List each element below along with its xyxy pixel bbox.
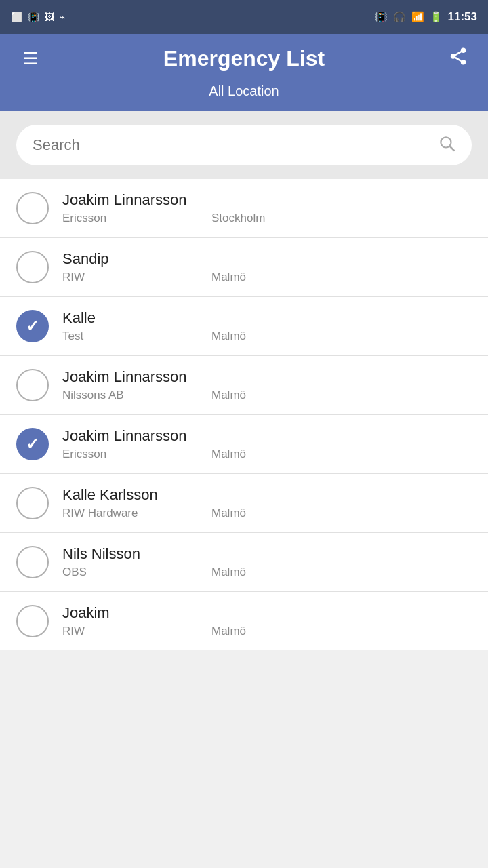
contact-checkbox[interactable]: [16, 546, 49, 578]
page-title: Emergency List: [43, 46, 445, 71]
contact-details: TestMalmö: [62, 330, 472, 343]
contact-checkbox[interactable]: [16, 251, 49, 283]
contact-company: RIW: [62, 625, 211, 638]
contact-name: Kalle: [62, 309, 472, 327]
status-bar: ⬜ 📳 🖼 ⌁ 📳 🎧 📶 🔋 11:53: [0, 0, 488, 34]
list-item[interactable]: KalleTestMalmö: [0, 297, 488, 356]
contact-company: OBS: [62, 566, 211, 579]
contact-info: Joakim LinnarssonEricssonMalmö: [62, 427, 472, 461]
list-item[interactable]: Kalle KarlssonRIW HardwareMalmö: [0, 474, 488, 533]
contact-list: Joakim LinnarssonEricssonStockholmSandip…: [0, 179, 488, 650]
contact-company: RIW: [62, 271, 211, 284]
contact-details: EricssonStockholm: [62, 212, 472, 225]
contact-checkbox[interactable]: [16, 605, 49, 637]
contact-location: Malmö: [211, 507, 246, 520]
search-icon: [438, 134, 455, 156]
vibrate-icon: 📳: [375, 11, 388, 23]
contact-company: Nilssons AB: [62, 389, 211, 402]
contact-info: Nils NilssonOBSMalmö: [62, 545, 472, 579]
contact-checkbox[interactable]: [16, 369, 49, 401]
contact-company: RIW Hardware: [62, 507, 211, 520]
contact-company: Ericsson: [62, 212, 211, 225]
sim-icon: ⬜: [11, 12, 22, 22]
contact-details: RIWMalmö: [62, 625, 472, 638]
contact-details: Nilssons ABMalmö: [62, 389, 472, 402]
search-bar: [16, 125, 472, 165]
contact-info: SandipRIWMalmö: [62, 250, 472, 284]
list-item[interactable]: JoakimRIWMalmö: [0, 592, 488, 650]
contact-location: Malmö: [211, 566, 246, 579]
contact-location: Stockholm: [211, 212, 265, 225]
contact-details: OBSMalmö: [62, 566, 472, 579]
contact-name: Sandip: [62, 250, 472, 268]
status-bar-right: 📳 🎧 📶 🔋 11:53: [375, 10, 477, 24]
svg-point-2: [461, 60, 466, 65]
contact-location: Malmö: [211, 625, 246, 638]
wifi-icon: 📶: [411, 11, 424, 23]
list-item[interactable]: Nils NilssonOBSMalmö: [0, 533, 488, 592]
vib-icon: 📳: [28, 12, 39, 22]
contact-checkbox[interactable]: [16, 192, 49, 224]
contact-info: Joakim LinnarssonNilssons ABMalmö: [62, 368, 472, 402]
share-icon[interactable]: [445, 46, 472, 71]
search-input[interactable]: [33, 136, 430, 154]
contact-info: JoakimRIWMalmö: [62, 604, 472, 638]
contact-details: RIW HardwareMalmö: [62, 507, 472, 520]
contact-details: EricssonMalmö: [62, 448, 472, 461]
contact-details: RIWMalmö: [62, 271, 472, 284]
list-item[interactable]: Joakim LinnarssonEricssonMalmö: [0, 415, 488, 474]
contact-location: Malmö: [211, 330, 246, 343]
contact-info: Joakim LinnarssonEricssonStockholm: [62, 191, 472, 225]
contact-name: Joakim Linnarsson: [62, 427, 472, 445]
svg-line-3: [455, 58, 462, 61]
contact-location: Malmö: [211, 448, 246, 461]
contact-company: Ericsson: [62, 448, 211, 461]
headphone-icon: 🎧: [393, 11, 406, 23]
usb-icon: ⌁: [60, 12, 65, 22]
contact-name: Nils Nilsson: [62, 545, 472, 563]
location-filter[interactable]: All Location: [0, 83, 488, 111]
contact-name: Joakim Linnarsson: [62, 191, 472, 209]
list-item[interactable]: Joakim LinnarssonEricssonStockholm: [0, 179, 488, 238]
list-item[interactable]: Joakim LinnarssonNilssons ABMalmö: [0, 356, 488, 415]
status-time: 11:53: [448, 10, 477, 24]
svg-line-6: [450, 146, 454, 151]
list-item[interactable]: SandipRIWMalmö: [0, 238, 488, 297]
battery-icon: 🔋: [430, 11, 443, 23]
contact-location: Malmö: [211, 271, 246, 284]
status-bar-left: ⬜ 📳 🖼 ⌁: [11, 12, 65, 22]
svg-point-1: [451, 54, 456, 59]
contact-info: Kalle KarlssonRIW HardwareMalmö: [62, 486, 472, 520]
search-container: [0, 111, 488, 179]
contact-company: Test: [62, 330, 211, 343]
menu-icon[interactable]: ☰: [16, 48, 43, 69]
app-header: ☰ Emergency List All Location: [0, 34, 488, 111]
svg-line-4: [455, 52, 462, 55]
contact-name: Joakim Linnarsson: [62, 368, 472, 386]
header-top: ☰ Emergency List: [0, 34, 488, 83]
contact-checkbox[interactable]: [16, 487, 49, 519]
contact-info: KalleTestMalmö: [62, 309, 472, 343]
contact-name: Kalle Karlsson: [62, 486, 472, 504]
contact-checkbox[interactable]: [16, 310, 49, 342]
svg-point-0: [461, 48, 466, 54]
contact-checkbox[interactable]: [16, 428, 49, 460]
contact-location: Malmö: [211, 389, 246, 402]
contact-name: Joakim: [62, 604, 472, 622]
gallery-icon: 🖼: [45, 12, 54, 22]
